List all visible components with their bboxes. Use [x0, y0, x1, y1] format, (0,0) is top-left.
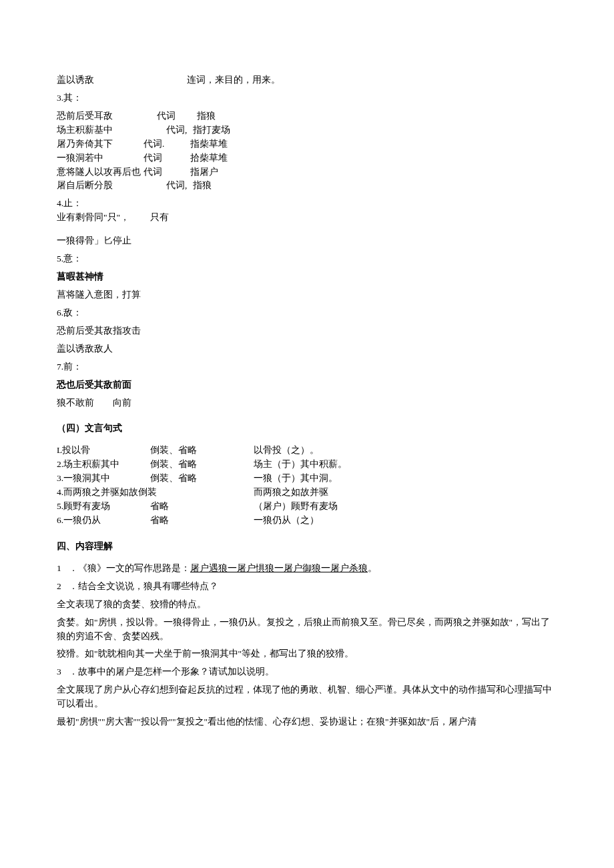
term: 恐前后受耳敌 [57, 109, 143, 123]
meaning: 只有 [150, 211, 169, 225]
pos: 代词 [143, 151, 170, 165]
section-4-heading: （四）文言句式 [57, 422, 557, 436]
qi-row: 场主积薪基中 代词, 指打麦场 [57, 123, 557, 137]
q3: 3 ．故事中的屠户是怎样一个形象？请试加以说明。 [57, 665, 557, 679]
di-line1: 恐前后受其敌指攻击 [57, 324, 557, 338]
table-row: 3.一狼洞其中 倒装、省略 一狼（于）其中洞。 [57, 472, 557, 486]
heading-7-qian: 7.前： [57, 360, 557, 374]
qi-row: 恐前后受耳敌 代词 指狼 [57, 109, 557, 123]
qi-row: 意将隧人以攻再后也 代词 指屠户 [57, 165, 557, 179]
qi-row: 屠乃奔倚其下 代词. 指柴草堆 [57, 137, 557, 151]
term: 一狼洞若中 [57, 151, 143, 165]
heading-5-yi: 5.意： [57, 252, 557, 266]
line-gai-yi-you-di: 盖以诱敌 连词，来目的，用来。 [57, 73, 557, 87]
meaning: 指狼 [193, 179, 212, 193]
term: 业有剩骨同"只"， [57, 211, 150, 225]
a2-line: 全文表现了狼的贪婪、狡猾的特点。 [57, 598, 557, 612]
term: 屠乃奔倚其下 [57, 137, 143, 151]
pos: 代词. [143, 137, 170, 151]
section-content-heading: 四、内容理解 [57, 540, 557, 554]
pos: 代词, [166, 179, 193, 193]
q2: 2 ．结合全文说说，狼具有哪些特点？ [57, 580, 557, 594]
pos: 代词 [157, 109, 197, 123]
heading-3-qi: 3.其： [57, 91, 557, 105]
table-row: 6.一狼仍从 省略 一狼仍从（之） [57, 514, 557, 528]
a3-line: 全文展现了房户从心存幻想到奋起反抗的过程，体现了他的勇敢、机智、细心严谨。具体从… [57, 683, 557, 711]
meaning: 指屠户 [190, 165, 218, 179]
table-row: 4.而两狼之并驱如故倒装 而两狼之如故并驱 [57, 486, 557, 500]
heading-6-di: 6.敌： [57, 306, 557, 320]
term: 意将隧人以攻再后也 [57, 165, 143, 179]
table-row: 2.场主积薪其中 倒装、省略 场主（于）其中积薪。 [57, 458, 557, 472]
pos: 代词, [166, 123, 193, 137]
zhi-row: 业有剩骨同"只"， 只有 [57, 211, 557, 225]
meaning: 指柴草堆 [190, 137, 228, 151]
meaning: 拾柴草堆 [190, 151, 228, 165]
table-row: L投以骨 倒装、省略 以骨投（之）。 [57, 444, 557, 458]
qi-row: 屠自后断分股 代词, 指狼 [57, 179, 557, 193]
qi-row: 一狼洞若中 代词 拾柴草堆 [57, 151, 557, 165]
q1: 1 ．《狼》一文的写作思路是：屠户遇狼一屠户惧狼一屠户御狼一屠户杀狼。 [57, 562, 557, 576]
term: 场主积薪基中 [57, 123, 143, 137]
a2-line: 狡猾。如"眈眈相向其一犬坐于前一狼洞其中"等处，都写出了狼的狡猾。 [57, 647, 557, 661]
a3-line: 最初"房惧""房大害""投以骨""复投之"看出他的怯懦、心存幻想、妥协退让；在狼… [57, 715, 557, 729]
di-line2: 盖以诱敌敌人 [57, 342, 557, 356]
zhi-line2: 一狼得骨」匕停止 [57, 234, 557, 248]
yi-line1: 菖暇甚神情 [57, 270, 557, 284]
yi-line2: 菖将隧入意图，打算 [57, 288, 557, 302]
term: 屠自后断分股 [57, 179, 143, 193]
qian-line2: 狼不敢前向前 [57, 396, 557, 410]
heading-4-zhi: 4.止： [57, 197, 557, 211]
table-row: 5.顾野有麦场 省略 （屠户）顾野有麦场 [57, 500, 557, 514]
meaning: 指打麦场 [193, 123, 230, 137]
meaning: 指狼 [197, 109, 216, 123]
a2-line: 贪婪。如"房惧，投以骨。一狼得骨止，一狼仍从。复投之，后狼止而前狼又至。骨已尽矣… [57, 616, 557, 644]
pos: 代词 [143, 165, 170, 179]
q1-underline: 屠户遇狼一屠户惧狼一屠户御狼一屠户杀狼 [190, 563, 368, 573]
term: 盖以诱敌 [57, 73, 150, 87]
definition: 连词，来目的，用来。 [187, 73, 557, 87]
qian-line1: 恐也后受其敌前面 [57, 378, 557, 392]
sentence-pattern-table: L投以骨 倒装、省略 以骨投（之）。 2.场主积薪其中 倒装、省略 场主（于）其… [57, 444, 557, 528]
